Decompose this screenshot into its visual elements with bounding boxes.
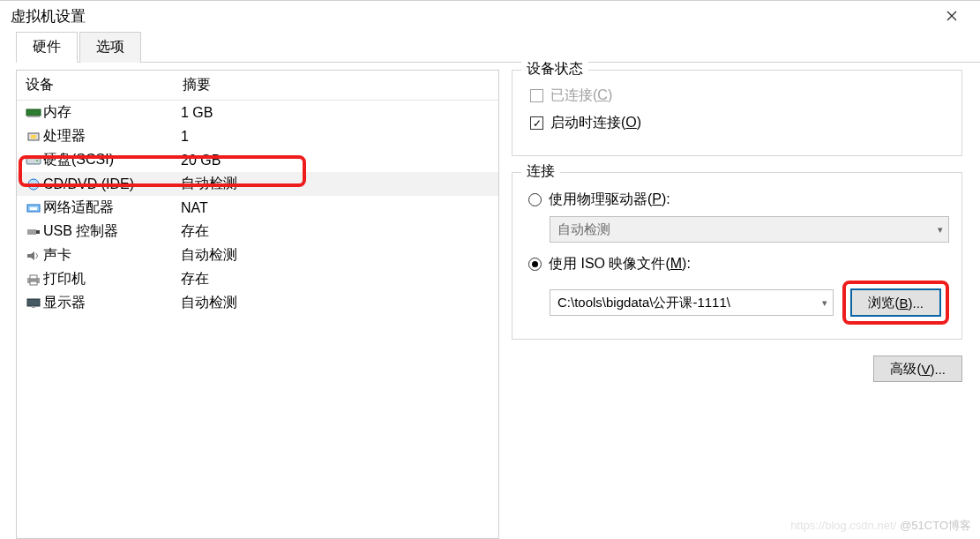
iso-path-value: C:\tools\bigdata\公开课-1111\ [557, 295, 730, 311]
device-summary: 存在 [181, 270, 498, 288]
device-row[interactable]: 硬盘(SCSI)20 GB [17, 148, 498, 172]
usb-icon [24, 226, 43, 238]
svg-rect-1 [27, 116, 40, 117]
device-summary: 自动检测 [181, 175, 498, 193]
device-summary: 20 GB [181, 153, 498, 168]
connected-label: 已连接(C) [550, 86, 612, 105]
device-state-group: 设备状态 已连接(C) 启动时连接(O) [512, 70, 962, 156]
device-name: 打印机 [43, 270, 181, 288]
annotation-highlight-browse: 浏览(B)... [842, 281, 949, 325]
nic-icon [24, 202, 43, 214]
display-icon [24, 297, 43, 310]
use-physical-drive-radio[interactable] [528, 193, 542, 206]
connect-at-poweron-label: 启动时连接(O) [550, 114, 641, 132]
device-name: 声卡 [43, 246, 181, 265]
hdd-icon [24, 154, 43, 167]
device-row[interactable]: 声卡自动检测 [17, 243, 498, 267]
svg-rect-17 [32, 306, 35, 308]
device-state-legend: 设备状态 [521, 60, 588, 79]
title-bar: 虚拟机设置 [0, 1, 980, 31]
chevron-down-icon: ▾ [938, 224, 943, 236]
svg-rect-3 [31, 135, 36, 138]
device-name: 显示器 [43, 294, 181, 312]
device-summary: NAT [181, 200, 498, 216]
memory-icon [24, 107, 43, 119]
connection-legend: 连接 [521, 162, 560, 181]
svg-rect-0 [26, 109, 41, 116]
device-row[interactable]: 打印机存在 [17, 267, 498, 291]
use-iso-radio[interactable] [528, 258, 542, 271]
device-summary: 1 GB [181, 105, 498, 121]
device-row[interactable]: CD/DVD (IDE)自动检测 [17, 172, 498, 196]
device-list-panel: 设备 摘要 内存1 GB处理器1硬盘(SCSI)20 GBCD/DVD (IDE… [16, 70, 499, 539]
svg-point-5 [36, 160, 38, 161]
sound-icon [24, 250, 43, 262]
advanced-button[interactable]: 高级(V)... [873, 356, 962, 382]
browse-button[interactable]: 浏览(B)... [851, 289, 940, 316]
svg-marker-12 [27, 251, 34, 260]
device-summary: 自动检测 [181, 294, 498, 312]
svg-rect-14 [30, 275, 37, 279]
tab-options[interactable]: 选项 [79, 32, 141, 63]
tab-strip: 硬件 选项 [16, 31, 980, 63]
device-row[interactable]: USB 控制器存在 [17, 220, 498, 243]
device-name: 处理器 [43, 127, 181, 146]
device-name: USB 控制器 [43, 222, 181, 241]
svg-rect-9 [30, 207, 37, 210]
svg-rect-4 [26, 157, 41, 164]
physical-drive-value: 自动检测 [557, 221, 610, 238]
use-iso-label: 使用 ISO 映像文件(M): [549, 255, 691, 273]
device-name: CD/DVD (IDE) [43, 176, 181, 192]
column-summary[interactable]: 摘要 [183, 76, 211, 94]
svg-point-7 [33, 183, 35, 185]
column-device[interactable]: 设备 [26, 76, 183, 94]
svg-rect-15 [30, 281, 37, 285]
printer-icon [24, 273, 43, 286]
use-physical-drive-label: 使用物理驱动器(P): [549, 191, 670, 209]
device-summary: 自动检测 [181, 246, 498, 265]
disc-icon [24, 178, 43, 191]
device-list-header: 设备 摘要 [17, 71, 498, 101]
connection-group: 连接 使用物理驱动器(P): 自动检测 ▾ 使用 ISO 映像文件(M): [512, 172, 962, 340]
close-icon [946, 11, 957, 21]
svg-rect-16 [27, 299, 40, 306]
cpu-icon [24, 131, 43, 143]
device-row[interactable]: 显示器自动检测 [17, 291, 498, 315]
device-row[interactable]: 网络适配器NAT [17, 196, 498, 220]
device-summary: 存在 [181, 222, 498, 241]
close-button[interactable] [934, 4, 969, 28]
device-summary: 1 [181, 129, 498, 145]
device-name: 硬盘(SCSI) [43, 151, 181, 169]
svg-rect-11 [36, 230, 40, 234]
device-row[interactable]: 处理器1 [17, 124, 498, 148]
iso-path-combo[interactable]: C:\tools\bigdata\公开课-1111\ ▾ [550, 289, 834, 316]
connect-at-poweron-checkbox[interactable] [530, 116, 543, 130]
device-details-panel: 设备状态 已连接(C) 启动时连接(O) 连接 [512, 70, 968, 539]
chevron-down-icon: ▾ [822, 297, 827, 309]
device-name: 网络适配器 [43, 198, 181, 217]
svg-rect-10 [27, 229, 36, 235]
tab-hardware[interactable]: 硬件 [16, 32, 78, 63]
physical-drive-combo: 自动检测 ▾ [550, 216, 949, 243]
device-name: 内存 [43, 103, 181, 122]
connected-checkbox [530, 89, 543, 102]
window-title: 虚拟机设置 [11, 6, 934, 26]
device-row[interactable]: 内存1 GB [17, 101, 498, 124]
watermark: https://blog.csdn.net/@51CTO博客 [790, 518, 971, 534]
